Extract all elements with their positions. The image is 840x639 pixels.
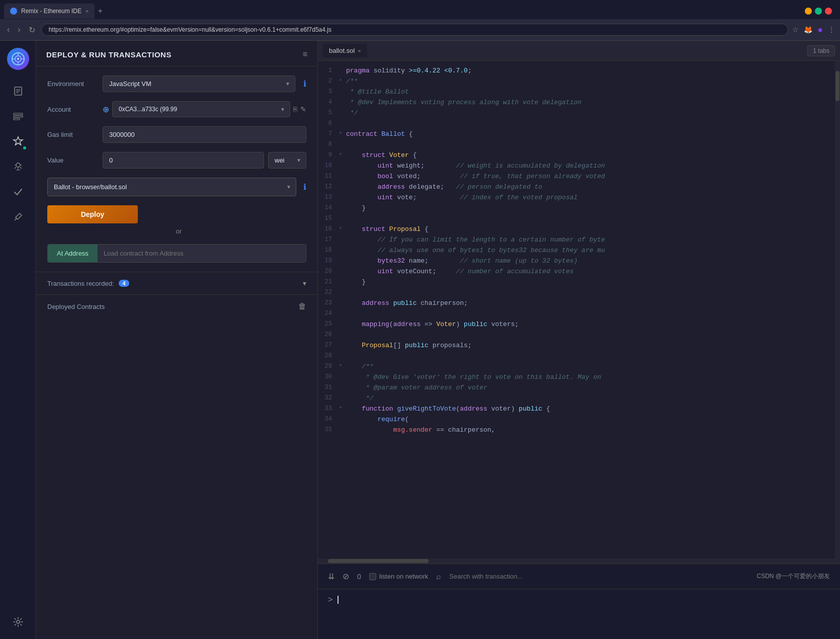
expand-console-icon[interactable]: ⇊: [328, 572, 334, 581]
value-unit-wrap: wei gwei ether ▼: [268, 152, 306, 169]
logo: [6, 47, 30, 71]
sidebar-tools-btn[interactable]: [7, 206, 29, 228]
add-account-icon[interactable]: ⊕: [103, 105, 109, 114]
sidebar-files-btn[interactable]: [7, 80, 29, 102]
scrollbar-thumb[interactable]: [835, 71, 839, 101]
tab-bar: Remix - Ethereum IDE × +: [0, 0, 840, 19]
deployed-contracts-title: Deployed Contracts: [47, 303, 105, 310]
deploy-panel: DEPLOY & RUN TRANSACTIONS ≡ Environment …: [36, 41, 318, 639]
maximize-btn[interactable]: [815, 8, 822, 15]
account-select-wrap: 0xCA3...a733c (99.99 ▼: [112, 101, 290, 117]
code-line-24: 24: [318, 309, 840, 320]
code-editor[interactable]: 1 pragma solidity >=0.4.22 <0.7.0; 2 ▾ /…: [318, 61, 840, 564]
svg-rect-11: [14, 113, 23, 115]
console-cursor: [338, 596, 339, 604]
value-controls: 0 wei gwei ether ▼: [103, 152, 306, 169]
url-bar[interactable]: https://remix.ethereum.org/#optimize=fal…: [41, 24, 788, 36]
menu-icon[interactable]: ⋮: [828, 26, 835, 34]
code-line-4: 4 * @dev Implements voting process along…: [318, 98, 840, 108]
editor-scrollbar[interactable]: [835, 61, 840, 564]
sidebar-debug-btn[interactable]: [7, 155, 29, 178]
environment-info-icon[interactable]: ℹ: [303, 79, 306, 89]
search-icon-bottom[interactable]: ⌕: [436, 572, 441, 581]
editor-area: ballot.sol × 1 tabs 1 pragma solidity >=…: [318, 41, 840, 639]
code-line-7: 7 ▾ contract Ballot {: [318, 129, 840, 140]
bottom-right-label: CSDN @一个可爱的小朋友: [757, 572, 830, 581]
new-tab-btn[interactable]: +: [98, 7, 102, 16]
code-line-18: 18 // always use one of bytes1 to bytes3…: [318, 246, 840, 256]
code-line-31: 31 * @param voter address of voter: [318, 383, 840, 393]
copy-account-icon[interactable]: ⎘: [293, 105, 297, 113]
tabs-count[interactable]: 1 tabs: [807, 45, 835, 56]
clear-deployments-icon[interactable]: 🗑: [298, 302, 306, 311]
sidebar-search-btn[interactable]: [7, 105, 29, 127]
editor-tab-ballot[interactable]: ballot.sol ×: [323, 44, 367, 57]
console-area: >: [318, 589, 840, 639]
code-line-10: 10 uint weight; // weight is accumulated…: [318, 161, 840, 172]
search-input-bottom[interactable]: [449, 573, 748, 580]
transactions-header[interactable]: Transactions recorded: 4 ▾: [47, 279, 306, 287]
code-line-22: 22: [318, 288, 840, 298]
edit-account-icon[interactable]: ✎: [300, 105, 306, 113]
value-label: Value: [47, 156, 98, 164]
minimize-btn[interactable]: [805, 8, 812, 15]
reload-btn[interactable]: ↻: [27, 24, 37, 36]
settings-btn[interactable]: [7, 611, 29, 633]
transactions-section: Transactions recorded: 4 ▾: [36, 272, 317, 294]
code-line-6: 6: [318, 119, 840, 129]
tab-title: Remix - Ethereum IDE: [21, 8, 81, 15]
editor-main: 1 pragma solidity >=0.4.22 <0.7.0; 2 ▾ /…: [318, 61, 840, 564]
sidebar-bottom: [7, 611, 29, 633]
code-line-29: 29 ▾ /**: [318, 362, 840, 372]
transaction-count: 0: [357, 573, 361, 581]
listen-checkbox[interactable]: [369, 573, 376, 580]
code-line-14: 14 }: [318, 203, 840, 214]
value-input[interactable]: 0: [103, 152, 264, 169]
tab-favicon: [10, 8, 17, 15]
h-scrollbar-thumb[interactable]: [328, 559, 429, 563]
avatar-icon[interactable]: ●: [817, 25, 823, 35]
code-line-30: 30 * @dev Give 'voter' the right to vote…: [318, 372, 840, 383]
at-address-input[interactable]: [98, 245, 306, 262]
panel-menu-icon[interactable]: ≡: [303, 50, 307, 59]
transactions-count-badge: 4: [119, 280, 129, 287]
environment-label: Environment: [47, 80, 98, 88]
at-address-button[interactable]: At Address: [48, 245, 98, 262]
forward-btn[interactable]: ›: [16, 24, 22, 35]
svg-rect-12: [14, 116, 23, 117]
code-line-25: 25 mapping(address => Voter) public vote…: [318, 320, 840, 330]
contract-select[interactable]: Ballot - browser/ballot.sol: [47, 178, 296, 196]
address-bar-row: ‹ › ↻ https://remix.ethereum.org/#optimi…: [0, 19, 840, 40]
at-address-row: At Address: [47, 244, 306, 263]
sidebar-plugin-btn[interactable]: [7, 130, 29, 152]
code-line-17: 17 // If you can limit the length to a c…: [318, 235, 840, 246]
bookmark-icon[interactable]: ☆: [792, 26, 799, 34]
gas-limit-input[interactable]: 3000000: [103, 126, 306, 143]
value-unit-select[interactable]: wei gwei ether: [268, 152, 306, 169]
panel-title: DEPLOY & RUN TRANSACTIONS: [46, 50, 172, 59]
code-line-5: 5 */: [318, 108, 840, 119]
horizontal-scrollbar[interactable]: [318, 558, 835, 564]
editor-tab-close[interactable]: ×: [358, 48, 361, 54]
code-line-28: 28: [318, 351, 840, 362]
stop-icon[interactable]: ⊘: [343, 572, 349, 581]
code-line-32: 32 */: [318, 393, 840, 404]
sidebar-check-btn[interactable]: [7, 181, 29, 203]
svg-point-19: [17, 620, 20, 623]
listen-network-group: listen on network: [369, 573, 429, 580]
browser-tab[interactable]: Remix - Ethereum IDE ×: [4, 4, 95, 19]
browser-icons: ☆ 🦊 ● ⋮: [792, 25, 835, 35]
close-btn[interactable]: [825, 8, 832, 15]
icon-sidebar: [0, 41, 36, 639]
extension-icon[interactable]: 🦊: [804, 26, 812, 34]
svg-point-2: [17, 58, 19, 60]
account-select[interactable]: 0xCA3...a733c (99.99: [112, 101, 290, 117]
tab-close-btn[interactable]: ×: [86, 8, 89, 14]
back-btn[interactable]: ‹: [5, 24, 12, 35]
deploy-button[interactable]: Deploy: [47, 205, 138, 223]
form-section: Environment JavaScript VM Injected Web3 …: [36, 66, 317, 272]
gas-limit-row: Gas limit 3000000: [47, 126, 306, 143]
environment-select[interactable]: JavaScript VM Injected Web3 Web3 Provide…: [103, 75, 295, 92]
contract-info-icon[interactable]: ℹ: [303, 182, 306, 192]
code-line-26: 26: [318, 330, 840, 341]
